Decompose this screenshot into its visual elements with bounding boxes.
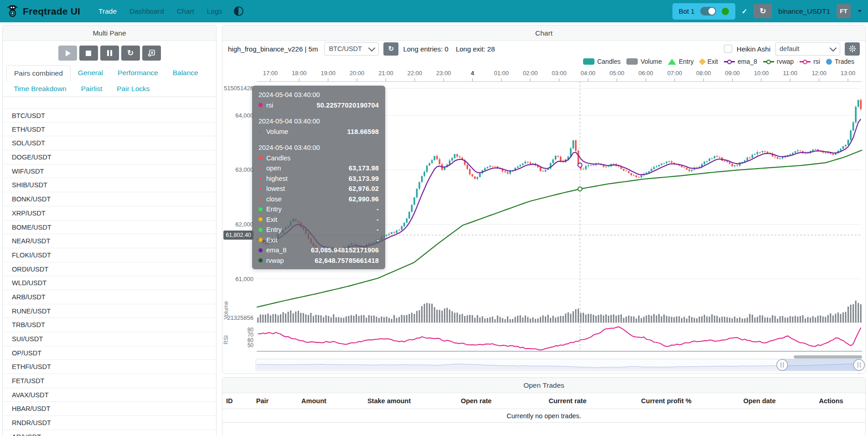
pair-row-wld[interactable]: WLD/USDT — [3, 276, 216, 290]
pair-row-btc[interactable]: BTC/USDT — [3, 108, 216, 123]
legend-label: Trades — [835, 58, 854, 65]
pair-row-sol[interactable]: SOL/USDT — [3, 136, 216, 150]
legend-label: ema_8 — [738, 58, 757, 65]
dismiss-log-icon — [148, 49, 155, 57]
tooltip-row-ema_8: ema_863,085.948152171906 — [258, 245, 379, 256]
pause-bot-button[interactable] — [100, 46, 119, 61]
column-header-id[interactable]: ID — [222, 397, 243, 405]
pair-row-ar[interactable]: AR/USDT — [3, 430, 216, 436]
pair-row-wif[interactable]: WIF/USDT — [3, 164, 216, 179]
pair-row-near[interactable]: NEAR/USDT — [3, 234, 216, 248]
pair-row-floki[interactable]: FLOKI/USDT — [3, 248, 216, 262]
svg-text:19:00: 19:00 — [320, 70, 336, 77]
pair-select[interactable]: BTC/USDT — [324, 42, 379, 56]
tab-pairlist[interactable]: Pairlist — [74, 81, 110, 97]
column-header-current-profit-[interactable]: Current profit % — [615, 397, 718, 405]
pair-row-arb[interactable]: ARB/USDT — [3, 290, 216, 304]
legend-item-entry[interactable]: Entry — [668, 58, 694, 65]
legend-item-ema_8[interactable]: ema_8 — [724, 58, 757, 65]
legend-item-trades[interactable]: Trades — [826, 58, 854, 65]
svg-text:515051426: 515051426 — [224, 85, 253, 92]
pair-row-hbar[interactable]: HBAR/USDT — [3, 402, 216, 416]
nav-item-dashboard[interactable]: Dashboard — [129, 7, 164, 15]
pair-row-shib[interactable]: SHIB/USDT — [3, 178, 216, 192]
heikin-ashi-checkbox[interactable] — [724, 45, 732, 53]
multi-pane-tabs: Pairs combinedGeneralPerformanceBalance … — [3, 65, 216, 97]
user-avatar[interactable]: FT — [837, 4, 851, 18]
tooltip-row-volume: Volume118.66598 — [258, 127, 379, 137]
pair-row-bonk[interactable]: BONK/USDT — [3, 192, 216, 206]
tab-balance[interactable]: Balance — [165, 65, 206, 81]
column-header-open-rate[interactable]: Open rate — [432, 397, 520, 405]
clear-logs-button[interactable] — [142, 46, 161, 61]
pair-row-doge[interactable]: DOGE/USDT — [3, 150, 216, 164]
start-bot-button[interactable] — [58, 46, 77, 61]
legend-item-exit[interactable]: Exit — [700, 58, 718, 65]
tooltip-timestamp: 2024-05-04 03:40:00 — [258, 143, 379, 153]
svg-text:23:00: 23:00 — [436, 70, 451, 77]
column-header-open-date[interactable]: Open date — [718, 397, 801, 405]
nav-item-trade[interactable]: Trade — [98, 7, 117, 15]
freqtrade-robot-logo-icon — [6, 4, 19, 19]
reload-config-button[interactable]: ↻ — [121, 46, 140, 61]
gear-icon — [849, 45, 856, 52]
brand[interactable]: Freqtrade UI — [6, 4, 80, 19]
pair-row-avax[interactable]: AVAX/USDT — [3, 388, 216, 402]
pair-row-rndr[interactable]: RNDR/USDT — [3, 416, 216, 430]
tab-pairs-combined[interactable]: Pairs combined — [6, 65, 71, 82]
chart-toolbar: high_frog_binance_v226 | 5m BTC/USDT ↻ L… — [222, 41, 865, 56]
column-header-pair[interactable]: Pair — [243, 397, 282, 405]
legend-item-volume[interactable]: Volume — [626, 58, 662, 65]
tooltip-row-highest: highest63,173.99 — [258, 174, 379, 184]
legend-item-candles[interactable]: Candles — [583, 58, 620, 65]
plot-config-select[interactable]: default — [775, 42, 840, 56]
pair-row-sui[interactable]: SUI/USDT — [3, 332, 216, 346]
tab-time-breakdown[interactable]: Time Breakdown — [6, 81, 74, 97]
pair-row-op[interactable]: OP/USDT — [3, 346, 216, 360]
column-header-actions[interactable]: Actions — [801, 397, 861, 405]
pair-row-ethfi[interactable]: ETHFI/USDT — [3, 360, 216, 374]
svg-text:04:00: 04:00 — [581, 70, 596, 77]
bot-enable-toggle[interactable] — [700, 7, 716, 15]
user-menu-caret-icon[interactable] — [858, 10, 862, 12]
pair-row-trb[interactable]: TRB/USDT — [3, 318, 216, 332]
reload-bot-button[interactable]: ↻ — [754, 4, 772, 18]
column-header-stake-amount[interactable]: Stake amount — [346, 397, 432, 405]
tooltip-label: rsi — [266, 102, 273, 109]
pair-row-eth[interactable]: ETH/USDT — [3, 123, 216, 137]
stop-bot-button[interactable] — [79, 46, 98, 61]
pair-row-bome[interactable]: BOME/USDT — [3, 221, 216, 235]
tooltip-value: - — [377, 205, 379, 213]
svg-text:05:00: 05:00 — [610, 70, 625, 77]
tab-pair-locks[interactable]: Pair Locks — [109, 81, 157, 97]
svg-text:Volume: Volume — [223, 301, 229, 319]
tab-performance[interactable]: Performance — [110, 65, 165, 81]
nav-item-chart[interactable]: Chart — [177, 7, 194, 15]
legend-item-rvwap[interactable]: rvwap — [763, 58, 794, 65]
volume-marker-icon — [626, 58, 638, 65]
bot-selector[interactable]: Bot 1 — [672, 3, 735, 20]
heikin-ashi-label: Heikin Ashi — [737, 45, 770, 53]
tooltip-label: lowest — [266, 185, 285, 192]
pair-row-xrp[interactable]: XRP/USDT — [3, 206, 216, 221]
column-header-amount[interactable]: Amount — [282, 397, 346, 405]
column-header-current-rate[interactable]: Current rate — [520, 397, 615, 405]
plot-settings-button[interactable] — [845, 42, 860, 56]
chart-legend: CandlesVolumeEntryExitema_8rvwaprsiTrade… — [222, 56, 865, 67]
pair-row-fet[interactable]: FET/USDT — [3, 374, 216, 388]
chart-tooltip: 2024-05-04 03:40:00rsi50.225770201907042… — [252, 86, 385, 269]
pair-row-ordi[interactable]: ORDI/USDT — [3, 262, 216, 277]
svg-text:13:00: 13:00 — [841, 70, 856, 77]
svg-text:20:00: 20:00 — [350, 70, 365, 77]
refresh-chart-button[interactable]: ↻ — [383, 42, 398, 56]
long-exit-label: Long exit: 28 — [456, 45, 495, 53]
tab-general[interactable]: General — [71, 65, 110, 81]
legend-item-rsi[interactable]: rsi — [800, 58, 820, 65]
nav-item-logs[interactable]: Logs — [207, 7, 222, 15]
series-dot-icon — [258, 129, 263, 133]
svg-text:02:00: 02:00 — [523, 70, 538, 77]
theme-toggle-icon[interactable] — [234, 6, 243, 16]
legend-label: Candles — [597, 58, 620, 65]
series-dot-icon — [258, 248, 263, 252]
pair-row-rune[interactable]: RUNE/USDT — [3, 304, 216, 318]
